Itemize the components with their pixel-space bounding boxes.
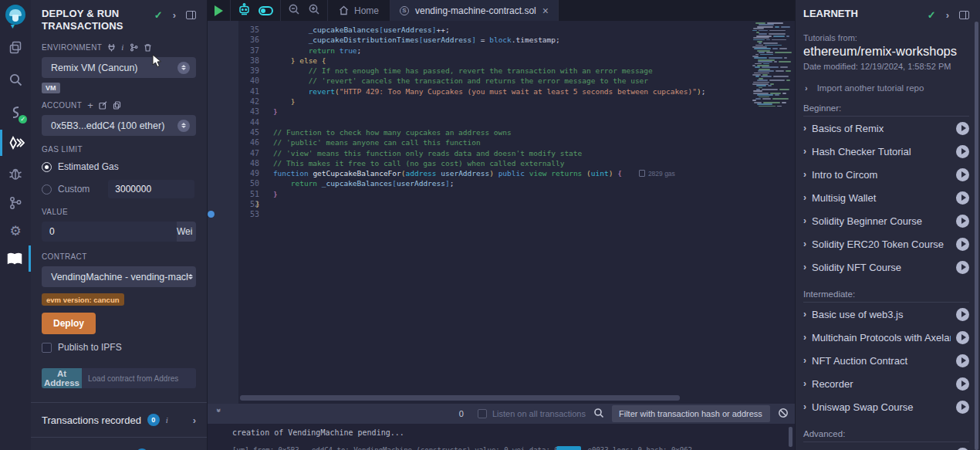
sidebar-item-settings[interactable]: ⚙ [0,218,31,244]
editor-gutter[interactable]: 35363738394041424344454647484950515253 [208,21,238,404]
tutorial-item[interactable]: ›Recorder [803,372,969,395]
copy-icon[interactable] [113,101,121,110]
code-editor[interactable]: 35363738394041424344454647484950515253 _… [208,21,795,404]
horizontal-scrollbar[interactable] [240,395,680,401]
code-line[interactable]: } [238,189,795,199]
environment-select[interactable]: Remix VM (Cancun) [42,57,196,78]
sidebar-item-debugger[interactable] [0,161,31,187]
sidebar-item-solidity-compiler[interactable]: ✓ [0,99,31,125]
code-line[interactable] [238,209,795,219]
tutorial-item[interactable]: ›Uniswap Swap Course [803,395,969,418]
sidebar-item-learneth[interactable] [0,245,31,272]
value-unit-select[interactable]: Wei [177,222,196,242]
transactions-recorded-row[interactable]: Transactions recorded 0 i › [31,403,207,437]
terminal-scrollbar[interactable] [789,427,792,447]
zoom-out-icon[interactable] [288,3,300,18]
code-line[interactable]: // This makes it free to call (no gas co… [238,158,795,168]
start-tutorial-play-button[interactable] [956,377,969,391]
transactions-info-icon[interactable]: i [166,415,168,425]
tab-home[interactable]: Home [328,0,390,21]
deployed-contracts-row[interactable]: Deployed Contracts 0 [31,438,207,450]
tutorial-item[interactable]: ›Solidity NFT Course [803,255,969,279]
close-tab-icon[interactable]: × [542,6,549,15]
collapse-terminal-icon[interactable]: ›› [215,408,224,419]
custom-gas-radio[interactable] [42,184,52,195]
run-script-button[interactable] [215,5,223,16]
code-line[interactable]: function getCupcakeBalanceFor(address us… [238,168,795,178]
transaction-filter-input[interactable] [612,405,770,422]
code-line[interactable]: _cupcakeBalances[userAddress]++; [238,25,795,35]
code-line[interactable] [238,117,795,127]
remix-logo[interactable] [0,3,31,26]
learneth-scrollbar[interactable] [975,22,978,450]
trash-icon[interactable] [144,43,152,52]
panel-expand-icon[interactable]: › [173,9,176,21]
start-tutorial-play-button[interactable] [956,308,969,321]
tutorial-item[interactable]: ›All about Proxy Contracts [803,442,969,450]
tab-active-file[interactable]: S vending-machine-contract.sol × [390,0,559,21]
fork-icon[interactable] [130,43,138,52]
start-tutorial-play-button[interactable] [956,261,969,274]
start-tutorial-play-button[interactable] [956,448,969,450]
code-line[interactable]: } [238,199,795,209]
tutorial-item[interactable]: ›NFT Auction Contract [803,349,969,372]
deploy-button[interactable]: Deploy [42,313,96,334]
add-account-icon[interactable]: + [87,102,93,109]
at-address-input[interactable] [82,368,196,388]
code-line[interactable]: // 'revert' cancels the transaction and … [238,76,795,86]
sidebar-item-search[interactable] [0,66,31,93]
tutorial-item[interactable]: ›Solidity Beginner Course [803,209,969,232]
plug-icon[interactable] [107,43,116,52]
tutorial-item[interactable]: ›Intro to Circom [803,163,969,186]
clear-console-icon[interactable] [778,408,789,421]
terminal-search-icon[interactable] [593,408,604,421]
remix-ai-icon[interactable] [238,3,251,18]
editor-minimap[interactable] [752,22,795,111]
listen-all-checkbox[interactable] [478,409,487,418]
tutorial-item[interactable]: ›Hash Checker Tutorial [803,140,969,163]
code-line[interactable]: // 'public' means anyone can call this f… [238,137,795,147]
start-tutorial-play-button[interactable] [956,331,969,344]
sidebar-item-deploy-run[interactable] [0,130,31,156]
custom-gas-input[interactable] [108,180,194,198]
code-line[interactable]: revert("HTTP 429: Too Many Cupcakes (you… [238,86,795,96]
start-tutorial-play-button[interactable] [956,145,969,158]
tutorial-item[interactable]: ›Solidity ERC20 Token Course [803,232,969,255]
code-line[interactable]: // Function to check how many cupcakes a… [238,127,795,137]
learneth-expand-icon[interactable]: › [946,9,949,21]
estimated-gas-radio[interactable] [42,162,52,172]
code-line[interactable]: return true; [238,46,795,56]
code-line[interactable]: // If not enough time has passed, revert… [238,66,795,76]
tutorial-item[interactable]: ›Multichain Protocols with Axelar [803,326,969,349]
chevron-right-icon[interactable]: › [193,414,196,426]
sidebar-item-file-explorer[interactable] [0,34,31,60]
start-tutorial-play-button[interactable] [956,354,969,367]
code-line[interactable]: return _cupcakeBalances[userAddress]; [238,178,795,188]
learneth-pin-icon[interactable] [959,11,969,19]
contract-select[interactable]: VendingMachine - vending-machin [42,266,196,287]
at-address-button[interactable]: At Address [42,368,82,388]
value-input[interactable] [42,222,177,242]
account-select[interactable]: 0x5B3...eddC4 (100 ether) [42,115,196,136]
start-tutorial-play-button[interactable] [956,122,969,135]
edit-icon[interactable] [99,101,107,110]
zoom-in-icon[interactable] [308,3,320,18]
sidebar-item-git[interactable] [0,190,31,216]
start-tutorial-play-button[interactable] [956,215,969,228]
start-tutorial-play-button[interactable] [956,401,969,414]
code-line[interactable]: } else { [238,56,795,66]
import-tutorial-repo[interactable]: › Import another tutorial repo [803,83,969,93]
code-line[interactable]: } [238,96,795,107]
panel-pin-icon[interactable] [186,11,196,19]
start-tutorial-play-button[interactable] [956,238,969,251]
code-line[interactable]: // 'view' means this function only reads… [238,148,795,158]
code-line[interactable]: } [238,107,795,117]
environment-info-icon[interactable]: i [121,42,123,52]
code-line[interactable]: _cupcakeDistributionTimes[userAddress] =… [238,35,795,45]
tutorial-item[interactable]: ›Multisig Wallet [803,186,969,209]
breakpoint-dot[interactable] [208,211,215,218]
tutorial-item[interactable]: ›Basic use of web3.js [803,303,969,326]
tutorial-item[interactable]: ›Basics of Remix [803,117,969,140]
start-tutorial-play-button[interactable] [956,191,969,205]
start-tutorial-play-button[interactable] [956,168,969,181]
